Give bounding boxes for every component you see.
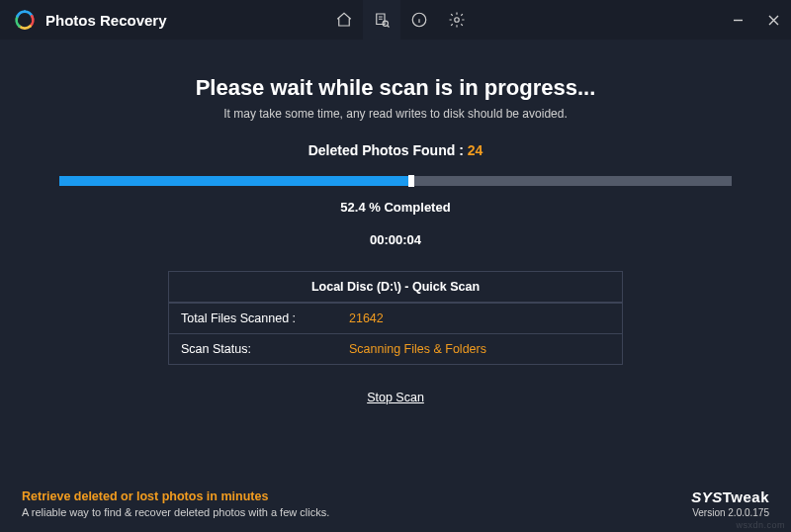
- info-value-files-scanned: 21642: [337, 304, 396, 333]
- home-icon: [335, 11, 353, 29]
- brand-suffix: Tweak: [723, 488, 769, 505]
- watermark: wsxdn.com: [736, 520, 785, 530]
- tagline-title: Retrieve deleted or lost photos in minut…: [22, 489, 329, 503]
- progress-fill: [59, 176, 411, 186]
- info-label-scan-status: Scan Status:: [169, 334, 337, 364]
- info-icon: [410, 11, 428, 29]
- info-label-files-scanned: Total Files Scanned :: [169, 304, 337, 333]
- nav-home-button[interactable]: [325, 0, 363, 40]
- brand-logo: SYSTweak: [691, 488, 769, 505]
- found-count: 24: [468, 142, 483, 158]
- tagline-sub: A reliable way to find & recover deleted…: [22, 506, 329, 518]
- nav-about-button[interactable]: [400, 0, 438, 40]
- tagline: Retrieve deleted or lost photos in minut…: [22, 489, 329, 518]
- version-text: Version 2.0.0.175: [691, 507, 769, 518]
- window-controls: [720, 0, 791, 40]
- gear-icon: [448, 11, 466, 29]
- app-logo-icon: [14, 9, 36, 31]
- titlebar: Photos Recovery: [0, 0, 791, 40]
- table-row: Total Files Scanned : 21642: [169, 303, 622, 333]
- info-value-scan-status: Scanning Files & Folders: [337, 334, 498, 364]
- scan-info-box: Local Disc (D:\) - Quick Scan Total File…: [168, 271, 623, 365]
- elapsed-time: 00:00:04: [40, 232, 751, 247]
- close-icon: [768, 15, 779, 26]
- main-content: Please wait while scan is in progress...…: [0, 40, 791, 405]
- nav-settings-button[interactable]: [438, 0, 476, 40]
- scan-subheading: It may take some time, any read writes t…: [40, 107, 751, 121]
- svg-point-0: [383, 21, 388, 26]
- brand-block: SYSTweak Version 2.0.0.175: [691, 488, 769, 518]
- close-button[interactable]: [755, 0, 791, 40]
- scan-list-icon: [373, 11, 391, 29]
- svg-point-2: [454, 18, 459, 23]
- found-label: Deleted Photos Found :: [308, 142, 464, 158]
- minimize-icon: [733, 15, 744, 26]
- percent-completed: 52.4 % Completed: [40, 200, 751, 215]
- nav-scan-button[interactable]: [363, 0, 400, 40]
- minimize-button[interactable]: [720, 0, 755, 40]
- deleted-photos-found: Deleted Photos Found : 24: [40, 142, 751, 158]
- scan-info-header: Local Disc (D:\) - Quick Scan: [169, 272, 622, 303]
- footer: Retrieve deleted or lost photos in minut…: [0, 488, 791, 518]
- progress-bar: [59, 176, 732, 186]
- table-row: Scan Status: Scanning Files & Folders: [169, 333, 622, 364]
- app-title: Photos Recovery: [45, 12, 167, 29]
- progress-thumb: [408, 175, 414, 187]
- brand-prefix: SYS: [691, 488, 723, 505]
- scan-heading: Please wait while scan is in progress...: [40, 75, 751, 101]
- stop-scan-button[interactable]: Stop Scan: [367, 391, 424, 404]
